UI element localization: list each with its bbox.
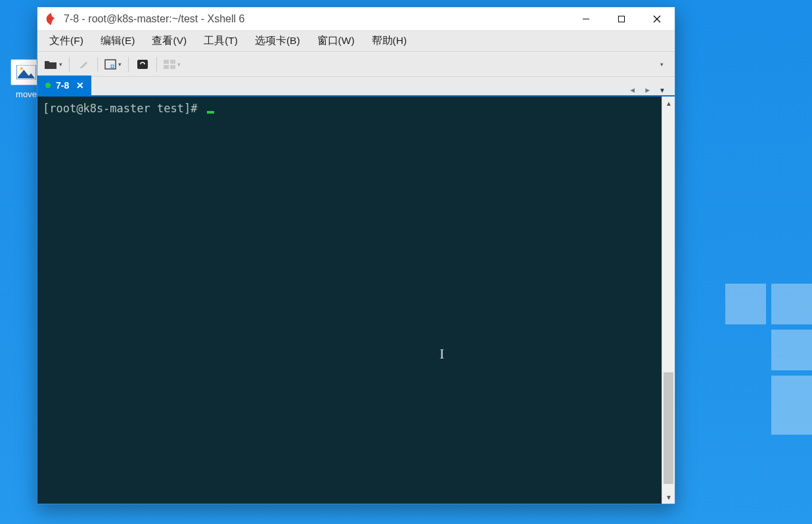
tab-next-button[interactable]: ► [641,85,654,95]
svg-rect-11 [170,60,175,64]
windows-logo-deco [720,284,812,435]
menu-tabs[interactable]: 选项卡(B) [248,32,307,51]
reconnect-button[interactable] [133,55,152,74]
highlight-button[interactable] [74,55,93,74]
toolbar-separator [128,57,129,72]
menu-help[interactable]: 帮助(H) [365,32,414,51]
terminal[interactable]: [root@k8s-master test]# I [37,97,662,504]
menu-window[interactable]: 窗口(W) [311,32,361,51]
maximize-button[interactable] [604,7,639,31]
vertical-scrollbar[interactable]: ▲ ▼ [662,97,675,504]
menubar: 文件(F) 编辑(E) 查看(V) 工具(T) 选项卡(B) 窗口(W) 帮助(… [37,31,675,52]
text-cursor-icon: I [440,346,444,362]
close-button[interactable] [639,7,675,31]
scroll-down-button[interactable]: ▼ [662,491,675,504]
svg-point-2 [20,67,23,70]
titlebar[interactable]: 7-8 - root@k8s-master:~/test - Xshell 6 [37,7,675,31]
window-title: 7-8 - root@k8s-master:~/test - Xshell 6 [64,13,568,25]
toolbar-separator [156,57,157,72]
menu-edit[interactable]: 编辑(E) [94,32,142,51]
tab-label: 7-8 [56,80,69,91]
tab-list-button[interactable]: ▼ [656,85,668,95]
svg-rect-9 [137,60,148,69]
tabbar: 7-8 ✕ ◄ ► ▼ [37,77,675,97]
chevron-down-icon: ▾ [177,61,181,68]
svg-rect-7 [105,60,116,69]
xshell-window: 7-8 - root@k8s-master:~/test - Xshell 6 … [37,7,675,504]
menu-view[interactable]: 查看(V) [145,32,193,51]
minimize-button[interactable] [568,7,604,31]
scrollbar-thumb[interactable] [664,372,673,484]
terminal-cursor [207,111,214,114]
toolbar: ▾ ▾ ▾ ▾ [37,52,675,77]
svg-rect-13 [170,65,175,69]
properties-button[interactable]: ▾ [102,55,124,74]
tab-close-button[interactable]: ✕ [74,79,86,91]
chevron-down-icon: ▾ [660,61,664,68]
chevron-down-icon: ▾ [118,61,122,68]
xshell-app-icon [44,12,58,26]
connected-dot-icon [45,83,51,88]
terminal-area: [root@k8s-master test]# I ▲ ▼ [37,97,675,504]
scroll-up-button[interactable]: ▲ [662,97,675,110]
menu-tools[interactable]: 工具(T) [197,32,244,51]
tab-nav: ◄ ► ▼ [626,85,671,95]
toolbar-separator [69,57,70,72]
terminal-prompt: [root@k8s-master test]# [43,102,204,115]
svg-rect-12 [164,65,169,69]
tile-view-button[interactable]: ▾ [161,55,183,74]
open-session-button[interactable]: ▾ [41,55,65,74]
svg-rect-4 [619,16,625,22]
toolbar-separator [97,57,98,72]
toolbar-overflow-button[interactable]: ▾ [651,55,671,74]
svg-rect-10 [164,60,169,64]
menu-file[interactable]: 文件(F) [43,32,90,51]
desktop-icon-label: move [16,89,37,99]
session-tab-7-8[interactable]: 7-8 ✕ [37,76,91,95]
tab-prev-button[interactable]: ◄ [626,85,639,95]
chevron-down-icon: ▾ [59,61,62,68]
